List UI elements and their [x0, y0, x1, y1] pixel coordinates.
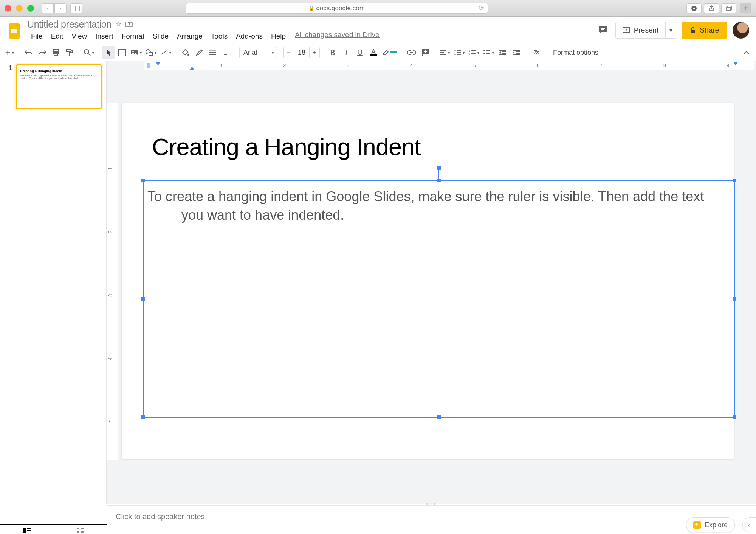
side-panel-toggle[interactable]: ‹ [742, 517, 756, 532]
resize-handle-se[interactable] [733, 415, 736, 419]
doc-title[interactable]: Untitled presentation [27, 19, 112, 30]
star-icon[interactable]: ☆ [115, 20, 121, 28]
vertical-ruler[interactable]: 1 2 3 4 • [107, 70, 118, 504]
format-options-button[interactable]: Format options [548, 46, 603, 59]
downloads-button[interactable] [686, 3, 702, 13]
horizontal-ruler[interactable]: 1 2 3 4 5 6 7 8 9 [118, 61, 756, 70]
browser-right-controls: + [686, 3, 751, 13]
highlight-color-button[interactable] [381, 46, 399, 59]
reload-icon[interactable]: ⟳ [479, 4, 484, 12]
slide-title[interactable]: Creating a Hanging Indent [152, 133, 421, 160]
bulleted-list-button[interactable] [482, 46, 496, 59]
comments-button[interactable] [596, 23, 610, 37]
share-browser-button[interactable] [704, 3, 719, 13]
resize-handle-nw[interactable] [141, 179, 145, 182]
filmstrip[interactable]: 1 Creating a Hanging Indent To create a … [0, 61, 107, 504]
menu-help[interactable]: Help [267, 31, 290, 42]
font-size-value[interactable]: 18 [294, 47, 309, 58]
select-tool[interactable] [102, 46, 115, 59]
rotate-handle[interactable] [437, 166, 441, 170]
zoom-button[interactable] [82, 46, 96, 59]
menu-format[interactable]: Format [118, 31, 148, 42]
bold-button[interactable]: B [326, 46, 339, 59]
url-bar[interactable]: 🔒 docs.google.com ⟳ [186, 3, 488, 14]
font-select[interactable]: Arial [239, 47, 277, 58]
new-slide-button[interactable]: + [3, 46, 16, 59]
body-textbox-selected[interactable]: To create a hanging indent in Google Sli… [143, 180, 735, 418]
resize-handle-s[interactable] [437, 415, 441, 419]
menu-slide[interactable]: Slide [149, 31, 172, 42]
explore-button[interactable]: Explore [686, 517, 735, 532]
resize-handle-e[interactable] [733, 297, 736, 301]
font-size-decrease[interactable]: − [284, 47, 294, 58]
slides-logo-icon[interactable] [7, 23, 23, 39]
minimize-window-button[interactable] [16, 5, 23, 12]
resize-handle-w[interactable] [141, 297, 145, 301]
grid-view-button[interactable] [76, 527, 84, 533]
textbox-tool[interactable]: T [116, 46, 129, 59]
forward-button[interactable]: › [54, 3, 67, 13]
clear-formatting-button[interactable]: T [529, 46, 542, 59]
resize-handle-n[interactable] [437, 179, 441, 182]
add-comment-icon [421, 49, 429, 56]
menu-addons[interactable]: Add-ons [232, 31, 266, 42]
speaker-notes[interactable]: Click to add speaker notes [107, 505, 756, 534]
redo-button[interactable] [36, 46, 49, 59]
paint-format-button[interactable] [63, 46, 76, 59]
underline-button[interactable]: U [353, 46, 366, 59]
insert-link-button[interactable] [405, 46, 418, 59]
menu-tools[interactable]: Tools [207, 31, 231, 42]
line-tool[interactable] [159, 46, 173, 59]
slide-number: 1 [3, 63, 12, 110]
increase-indent-button[interactable] [510, 46, 523, 59]
save-status[interactable]: All changes saved in Drive [295, 31, 380, 42]
tabs-button[interactable] [721, 3, 736, 13]
first-line-indent-marker[interactable] [156, 62, 160, 65]
undo-button[interactable] [22, 46, 35, 59]
maximize-window-button[interactable] [27, 5, 34, 12]
canvas-area[interactable]: 1 2 3 4 5 6 7 8 9 1 2 3 4 • Cre [107, 61, 756, 504]
present-dropdown[interactable]: ▾ [666, 22, 676, 39]
numbered-list-button[interactable]: 12 [467, 46, 481, 59]
present-button[interactable]: Present [615, 22, 666, 39]
decrease-indent-button[interactable] [496, 46, 509, 59]
slide-body-text[interactable]: To create a hanging indent in Google Sli… [147, 188, 723, 224]
more-tools-button[interactable]: ⋯ [604, 46, 617, 59]
filmstrip-view-button[interactable] [23, 527, 31, 533]
collapse-toolbar-button[interactable] [740, 46, 753, 59]
slide-thumbnail[interactable]: Creating a Hanging Indent To create a ha… [16, 64, 102, 109]
slide-canvas[interactable]: Creating a Hanging Indent To create a ha… [122, 103, 734, 459]
fill-color-button[interactable] [179, 46, 192, 59]
new-tab-button[interactable]: + [740, 3, 751, 13]
align-button[interactable] [438, 46, 451, 59]
menu-edit[interactable]: Edit [47, 31, 67, 42]
share-button[interactable]: Share [682, 22, 727, 39]
resize-handle-sw[interactable] [141, 415, 145, 419]
menu-arrange[interactable]: Arrange [173, 31, 206, 42]
sidebar-toggle-button[interactable] [70, 3, 82, 13]
italic-button[interactable]: I [340, 46, 353, 59]
slide-thumbnail-row[interactable]: 1 Creating a Hanging Indent To create a … [3, 63, 103, 110]
notes-splitter[interactable]: • • • [107, 502, 756, 505]
paint-bucket-icon [182, 49, 189, 56]
avatar[interactable] [733, 22, 749, 39]
menu-view[interactable]: View [68, 31, 91, 42]
left-indent-marker[interactable] [190, 67, 194, 70]
right-indent-marker[interactable] [733, 62, 738, 65]
close-window-button[interactable] [5, 5, 11, 12]
line-spacing-button[interactable] [452, 46, 466, 59]
border-dash-button[interactable] [220, 46, 233, 59]
menu-insert[interactable]: Insert [91, 31, 117, 42]
print-button[interactable] [50, 46, 62, 59]
text-color-button[interactable]: A [367, 46, 380, 59]
insert-comment-button[interactable] [419, 46, 432, 59]
border-weight-button[interactable] [206, 46, 219, 59]
resize-handle-ne[interactable] [733, 179, 736, 182]
border-color-button[interactable] [193, 46, 206, 59]
move-icon[interactable] [125, 21, 133, 27]
back-button[interactable]: ‹ [42, 3, 54, 13]
shape-tool[interactable] [144, 46, 158, 59]
menu-file[interactable]: File [27, 31, 46, 42]
font-size-increase[interactable]: + [309, 47, 320, 58]
image-tool[interactable] [129, 46, 143, 59]
